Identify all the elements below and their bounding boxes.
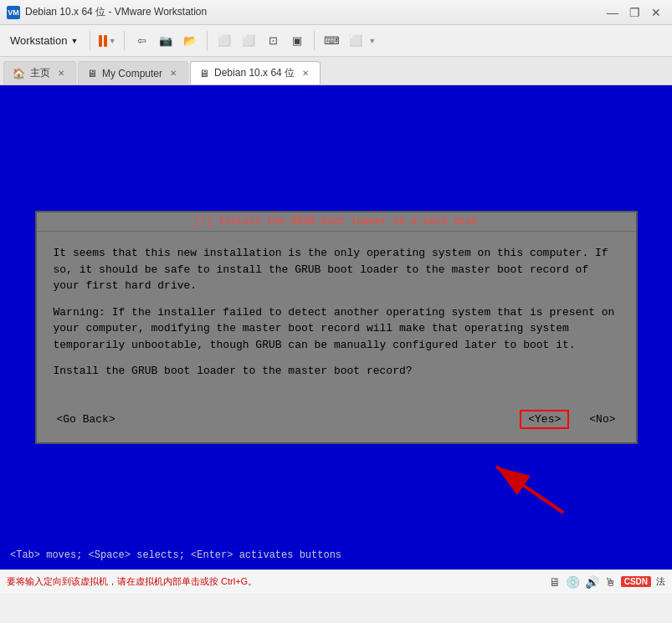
vm-content[interactable]: [!] Install the GRUB boot loader on a ha… [0,85,672,569]
monitor-icon-2: 🖥 [199,68,209,79]
tab-home[interactable]: 🏠 主页 ✕ [3,61,76,84]
tb-keyboard[interactable]: ⌨ [320,29,343,53]
network-icon: 🖥 [549,575,561,589]
toolbar-separator-2 [124,31,125,51]
no-button[interactable]: <No> [586,410,618,429]
dialog-btn-right: <Yes> <No> [520,410,618,429]
app-icon: VM [7,6,20,19]
vm-status-text: 要将输入定向到该虚拟机，请在虚拟机内部单击或按 Ctrl+G。 [7,575,542,588]
title-bar-left: VM Debian 10.x 64 位 - VMware Workstation [7,5,207,19]
workstation-label: Workstation [10,34,67,47]
vm-status-bar: 要将输入定向到该虚拟机，请在虚拟机内部单击或按 Ctrl+G。 🖥 💿 🔊 🖱 … [0,569,672,593]
yes-button[interactable]: <Yes> [520,410,569,429]
tab-mycomputer-label: My Computer [102,68,162,79]
tabs-bar: 🏠 主页 ✕ 🖥 My Computer ✕ 🖥 Debian 10.x 64 … [0,57,672,85]
dialog-paragraph-2: Warning: If the installer failed to dete… [54,304,619,354]
svg-line-1 [496,467,563,513]
tab-debian-label: Debian 10.x 64 位 [214,66,295,80]
toolbar-area: Workstation ▼ ▼ ⇦ 📷 📂 ⬜ ⬜ ⊡ ▣ ⌨ ⬜ ▼ [0,25,672,57]
title-text: Debian 10.x 64 位 - VMware Workstation [25,5,207,19]
tb-unity[interactable]: ⊡ [261,29,285,53]
status-icons: 🖥 💿 🔊 🖱 CSDN 法 [549,575,665,589]
audio-icon: 🔊 [585,575,599,589]
toolbar-group-3: ⌨ ⬜ ▼ [320,29,376,53]
dropdown-icon: ▼ [70,37,78,45]
tb-view[interactable]: ⬜ [344,29,367,53]
monitor-icon-1: 🖥 [87,68,97,79]
minimize-button[interactable]: — [603,3,622,22]
tb-full-screen[interactable]: ⬜ [237,29,260,53]
tab-home-close[interactable]: ✕ [55,68,67,79]
mouse-icon: 🖱 [604,575,616,589]
dialog-question: Install the GRUB boot loader to the mast… [54,363,619,380]
tb-vm-settings[interactable]: ⬜ [213,29,236,53]
toolbar-separator-3 [207,31,208,51]
dialog-paragraph-1: It seems that this new installation is t… [54,245,619,294]
tb-send-ctrl-alt-del[interactable]: ⇦ [130,29,153,53]
restore-button[interactable]: ❐ [625,3,644,22]
tab-debian-close[interactable]: ✕ [300,68,311,79]
csdn-badge: CSDN [621,576,651,587]
workstation-menu-button[interactable]: Workstation ▼ [3,31,85,50]
disk-icon: 💿 [566,575,580,589]
tab-mycomputer[interactable]: 🖥 My Computer ✕ [78,61,188,84]
input-method: 法 [656,575,665,588]
toolbar-group-1: ⇦ 📷 📂 [130,29,202,53]
pause-dropdown-icon: ▼ [109,37,116,45]
toolbar-separator-1 [90,31,90,51]
tab-home-label: 主页 [30,66,50,80]
title-bar-controls: — ❐ ✕ [603,3,665,22]
go-back-button[interactable]: <Go Back> [54,411,119,427]
tb-snapshot[interactable]: 📷 [154,29,177,53]
close-button[interactable]: ✕ [647,3,665,22]
tb-virtual-screen[interactable]: ▣ [285,29,309,53]
toolbar-separator-4 [314,31,315,51]
pause-button[interactable]: ▼ [95,29,119,53]
home-icon: 🏠 [13,68,25,79]
toolbar-group-2: ⬜ ⬜ ⊡ ▣ [213,29,309,53]
dialog-buttons: <Go Back> <Yes> <No> [37,403,636,442]
pause-icon [99,35,107,47]
tb-revert[interactable]: 📂 [178,29,202,53]
dialog-content: It seems that this new installation is t… [37,232,636,403]
title-bar: VM Debian 10.x 64 位 - VMware Workstation… [0,0,672,25]
arrow-indicator [471,450,572,519]
bottom-hint: <Tab> moves; <Space> selects; <Enter> ac… [0,539,672,569]
tab-mycomputer-close[interactable]: ✕ [167,68,179,79]
bottom-hint-text: <Tab> moves; <Space> selects; <Enter> ac… [10,549,341,561]
grub-dialog: [!] Install the GRUB boot loader on a ha… [35,211,638,444]
dialog-title: [!] Install the GRUB boot loader on a ha… [37,212,636,232]
tab-debian[interactable]: 🖥 Debian 10.x 64 位 ✕ [190,61,321,84]
